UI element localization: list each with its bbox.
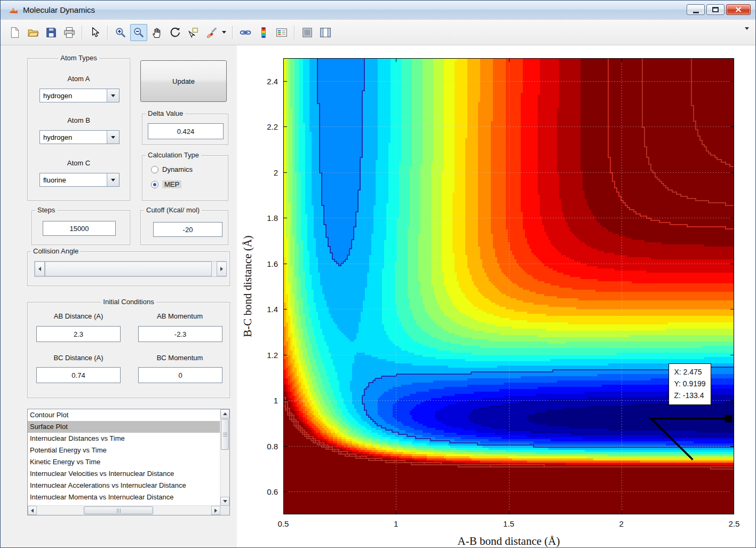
y-tick-label: 2.2 [267, 122, 278, 131]
cutoff-input[interactable] [153, 222, 222, 237]
collision-angle-slider[interactable] [34, 261, 226, 277]
chevron-up-icon [223, 412, 227, 415]
initial-conditions-panel: Initial Conditions AB Distance (A) AB Mo… [27, 302, 230, 398]
y-tick-label: 1.2 [267, 350, 278, 359]
list-item[interactable]: Kinetic Energy vs Time [28, 456, 220, 468]
toolbar-separator [82, 26, 83, 39]
dropdown-arrow-button[interactable] [107, 173, 119, 186]
minimize-icon [693, 12, 699, 13]
maximize-button[interactable] [706, 4, 725, 15]
vertical-scrollbar[interactable] [220, 409, 229, 506]
steps-panel: Steps [31, 210, 130, 245]
ab-momentum-label: AB Momentum [129, 312, 230, 320]
scroll-up-button[interactable] [220, 409, 229, 418]
atom-b-value: hydrogen [40, 131, 107, 144]
horizontal-scroll-thumb[interactable] [84, 506, 153, 514]
scroll-left-button[interactable] [28, 506, 37, 515]
radio-icon [151, 166, 158, 173]
open-file-button[interactable] [25, 24, 42, 41]
chevron-down-icon [111, 179, 115, 181]
x-tick-label: 1 [394, 519, 398, 528]
horizontal-scrollbar[interactable] [28, 505, 220, 515]
scroll-down-button[interactable] [220, 497, 229, 506]
chevron-down-icon [223, 500, 227, 503]
titlebar[interactable]: Molecular Dynamics [1, 1, 755, 20]
atom-b-dropdown[interactable]: hydrogen [39, 130, 120, 144]
dropdown-arrow-button[interactable] [107, 131, 119, 144]
minimize-button[interactable] [687, 4, 705, 15]
y-tick-label: 1.8 [267, 213, 278, 223]
radio-icon [151, 181, 158, 188]
bc-momentum-input[interactable] [138, 367, 222, 383]
brush-dropdown-button[interactable] [220, 25, 228, 41]
list-item[interactable]: Internuclear Accelerations vs Internucle… [28, 480, 220, 491]
zoom-out-button[interactable] [130, 24, 147, 41]
radio-label: MEP [162, 180, 181, 188]
radio-dynamics[interactable]: Dynamics [151, 165, 193, 173]
atom-a-dropdown[interactable]: hydrogen [39, 89, 120, 102]
figure-canvas-area: Atom Types Atom A hydrogen Atom B hydrog… [1, 45, 755, 547]
chevron-down-icon [111, 136, 115, 139]
delta-value-input[interactable] [148, 123, 224, 139]
delta-value-panel: Delta Value [142, 114, 228, 145]
brush-data-button[interactable] [203, 24, 220, 41]
datatip-z: Z: -133.4 [674, 390, 705, 402]
maximize-icon [712, 7, 719, 12]
save-figure-button[interactable] [43, 24, 60, 41]
list-item[interactable]: Potential Energy vs Time [28, 444, 220, 456]
x-axis-label: A-B bond distance (Å) [283, 535, 734, 548]
colorbar-icon [258, 27, 269, 38]
insert-legend-button[interactable] [273, 24, 290, 41]
vertical-scroll-thumb[interactable] [221, 419, 229, 450]
ab-momentum-input[interactable] [138, 326, 222, 342]
atom-a-value: hydrogen [40, 89, 107, 102]
radio-mep[interactable]: MEP [151, 180, 181, 188]
x-tick-label: 2 [619, 519, 624, 528]
y-tick-label: 2 [274, 168, 278, 177]
update-button[interactable]: Update [140, 60, 227, 102]
collision-angle-panel: Collision Angle [27, 251, 230, 286]
zoom-in-button[interactable] [112, 24, 129, 41]
hide-plot-tools-button[interactable] [299, 24, 316, 41]
list-item[interactable]: Internuclear Velocities vs Internuclear … [28, 468, 220, 480]
show-plot-tools-icon [320, 27, 331, 38]
rotate-3d-button[interactable] [166, 24, 184, 41]
show-plot-tools-button[interactable] [317, 24, 334, 41]
new-figure-button[interactable] [6, 24, 23, 41]
atom-c-dropdown[interactable]: fluorine [39, 173, 120, 187]
figure-toolbar [1, 20, 755, 45]
chevron-right-icon [220, 267, 223, 271]
bc-distance-input[interactable] [36, 367, 121, 383]
print-figure-button[interactable] [61, 24, 78, 41]
y-tick-label: 2.4 [267, 76, 278, 85]
pan-hand-icon [151, 27, 163, 38]
slider-right-button[interactable] [217, 261, 227, 276]
close-button[interactable] [726, 4, 751, 15]
slider-thumb[interactable] [45, 261, 212, 276]
hide-plot-tools-icon [301, 27, 313, 38]
list-item[interactable]: Surface Plot [28, 421, 220, 433]
toolbar-separator [107, 26, 108, 39]
list-item[interactable]: Internuclear Distances vs Time [28, 433, 220, 444]
y-tick-label: 1.6 [267, 259, 278, 268]
link-plot-button[interactable] [237, 24, 254, 41]
ab-distance-label: AB Distance (A) [28, 312, 129, 320]
datatip-box[interactable]: X: 2.475 Y: 0.9199 Z: -133.4 [669, 363, 711, 404]
list-item[interactable]: Contour Plot [28, 409, 220, 421]
potential-energy-contour-plot[interactable] [283, 58, 734, 514]
open-folder-icon [27, 27, 39, 38]
toolbar-overflow-chevron[interactable] [745, 27, 749, 30]
dropdown-arrow-button[interactable] [107, 89, 119, 102]
pan-button[interactable] [148, 24, 165, 41]
data-cursor-button[interactable] [185, 24, 202, 41]
ab-distance-input[interactable] [36, 326, 121, 342]
zoom-out-icon [133, 27, 145, 38]
edit-plot-button[interactable] [86, 24, 104, 41]
y-tick-label: 0.6 [267, 487, 278, 496]
slider-left-button[interactable] [35, 261, 45, 276]
scroll-right-button[interactable] [211, 506, 220, 515]
insert-colorbar-button[interactable] [255, 24, 272, 41]
steps-input[interactable] [43, 221, 116, 236]
atom-c-value: fluorine [40, 173, 107, 186]
list-item[interactable]: Internuclear Momenta vs Internuclear Dis… [28, 491, 220, 503]
